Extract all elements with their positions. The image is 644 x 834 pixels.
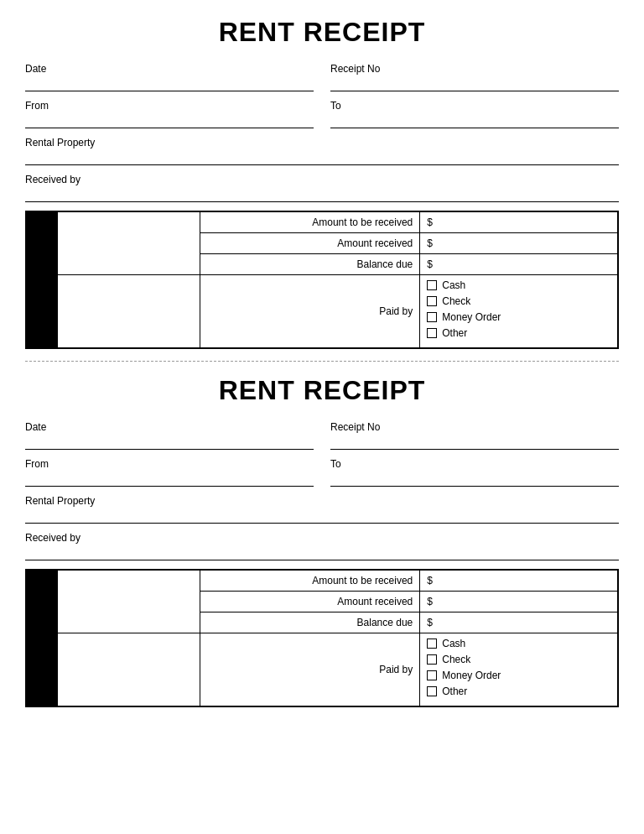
check-checkbox-2[interactable] bbox=[427, 654, 437, 665]
other-label-1: Other bbox=[442, 327, 467, 339]
receipt-1-title: RENT RECEIPT bbox=[25, 17, 619, 48]
to-field-group-2: To bbox=[330, 458, 619, 487]
receipt-2-title: RENT RECEIPT bbox=[25, 375, 619, 406]
date-line-2[interactable] bbox=[25, 435, 314, 450]
from-label-2: From bbox=[25, 458, 314, 470]
date-line-1[interactable] bbox=[25, 76, 314, 91]
black-bar-2 bbox=[26, 570, 57, 706]
to-label-1: To bbox=[330, 100, 619, 112]
left-empty-2 bbox=[57, 570, 200, 633]
to-label-2: To bbox=[330, 458, 619, 470]
balance-due-label-1: Balance due bbox=[200, 254, 419, 275]
from-to-row-1: From To bbox=[25, 100, 619, 128]
cash-checkbox-1[interactable] bbox=[427, 280, 437, 290]
date-label-2: Date bbox=[25, 421, 314, 433]
payment-options-1: Cash Check Money Order Other bbox=[420, 275, 618, 349]
other-checkbox-1[interactable] bbox=[427, 328, 437, 338]
balance-due-dollar-1: $ bbox=[420, 254, 618, 275]
received-by-label-1: Received by bbox=[25, 174, 619, 185]
other-option-2: Other bbox=[427, 685, 610, 697]
balance-due-dollar-2: $ bbox=[420, 612, 618, 633]
received-by-line-2[interactable] bbox=[25, 545, 619, 560]
cash-label-1: Cash bbox=[442, 279, 465, 291]
rental-property-row-2: Rental Property bbox=[25, 495, 619, 524]
from-to-row-2: From To bbox=[25, 458, 619, 487]
rental-property-row-1: Rental Property bbox=[25, 137, 619, 165]
amount-to-receive-dollar-2: $ bbox=[420, 570, 618, 592]
amount-received-dollar-1: $ bbox=[420, 233, 618, 254]
from-label-1: From bbox=[25, 100, 314, 112]
money-order-label-2: Money Order bbox=[442, 670, 501, 681]
amount-to-receive-label-2: Amount to be received bbox=[200, 570, 419, 592]
amount-to-receive-row-1: Amount to be received $ bbox=[26, 211, 618, 233]
paid-by-row-2: Paid by Cash Check Money Order bbox=[26, 633, 618, 707]
rental-property-line-1[interactable] bbox=[25, 150, 619, 165]
receipt-1: RENT RECEIPT Date Receipt No From To Ren… bbox=[25, 17, 619, 349]
paid-by-row-1: Paid by Cash Check Money Order bbox=[26, 275, 618, 349]
balance-due-label-2: Balance due bbox=[200, 612, 419, 633]
amount-to-receive-label-1: Amount to be received bbox=[200, 211, 419, 233]
left-empty-paid-2 bbox=[57, 633, 200, 707]
received-by-row-2: Received by bbox=[25, 532, 619, 560]
received-by-label-2: Received by bbox=[25, 532, 619, 544]
date-receiptno-row-2: Date Receipt No bbox=[25, 421, 619, 450]
other-label-2: Other bbox=[442, 685, 467, 697]
rental-property-label-2: Rental Property bbox=[25, 495, 619, 507]
rental-property-label-1: Rental Property bbox=[25, 137, 619, 149]
cash-label-2: Cash bbox=[442, 638, 465, 649]
money-order-option-2: Money Order bbox=[427, 670, 610, 681]
receiptno-label-2: Receipt No bbox=[330, 421, 619, 433]
receiptno-field-group-2: Receipt No bbox=[330, 421, 619, 450]
amount-received-label-2: Amount received bbox=[200, 592, 419, 612]
to-line-1[interactable] bbox=[330, 113, 619, 128]
amount-to-receive-dollar-1: $ bbox=[420, 211, 618, 233]
received-by-row-1: Received by bbox=[25, 174, 619, 202]
money-order-label-1: Money Order bbox=[442, 311, 501, 323]
money-order-checkbox-1[interactable] bbox=[427, 312, 437, 322]
black-bar-1 bbox=[26, 211, 57, 348]
left-empty-1 bbox=[57, 211, 200, 275]
date-receiptno-row-1: Date Receipt No bbox=[25, 63, 619, 91]
cash-checkbox-2[interactable] bbox=[427, 639, 437, 649]
receiptno-line-2[interactable] bbox=[330, 435, 619, 450]
to-line-2[interactable] bbox=[330, 472, 619, 487]
amount-to-receive-row-2: Amount to be received $ bbox=[26, 570, 618, 592]
to-field-group-1: To bbox=[330, 100, 619, 128]
from-field-group-2: From bbox=[25, 458, 314, 487]
from-line-2[interactable] bbox=[25, 472, 314, 487]
check-label-2: Check bbox=[442, 654, 470, 665]
check-option-2: Check bbox=[427, 654, 610, 665]
payment-options-2: Cash Check Money Order Other bbox=[420, 633, 618, 707]
other-checkbox-2[interactable] bbox=[427, 686, 437, 696]
from-field-group-1: From bbox=[25, 100, 314, 128]
paid-by-label-2: Paid by bbox=[200, 633, 419, 707]
money-order-checkbox-2[interactable] bbox=[427, 670, 437, 680]
receiptno-line-1[interactable] bbox=[330, 76, 619, 91]
check-label-1: Check bbox=[442, 295, 470, 307]
receipt-2: RENT RECEIPT Date Receipt No From To Ren… bbox=[25, 375, 619, 707]
from-line-1[interactable] bbox=[25, 113, 314, 128]
cash-option-2: Cash bbox=[427, 638, 610, 649]
divider bbox=[25, 361, 619, 362]
other-option-1: Other bbox=[427, 327, 610, 339]
check-checkbox-1[interactable] bbox=[427, 296, 437, 306]
paid-by-label-1: Paid by bbox=[200, 275, 419, 349]
check-option-1: Check bbox=[427, 295, 610, 307]
date-field-group-2: Date bbox=[25, 421, 314, 450]
receiptno-field-group-1: Receipt No bbox=[330, 63, 619, 91]
cash-option-1: Cash bbox=[427, 279, 610, 291]
amount-received-dollar-2: $ bbox=[420, 592, 618, 612]
rental-property-line-2[interactable] bbox=[25, 508, 619, 524]
received-by-line-1[interactable] bbox=[25, 187, 619, 202]
receipt-table-2: Amount to be received $ Amount received … bbox=[25, 569, 619, 707]
receiptno-label-1: Receipt No bbox=[330, 63, 619, 75]
money-order-option-1: Money Order bbox=[427, 311, 610, 323]
left-empty-paid-1 bbox=[57, 275, 200, 349]
date-label-1: Date bbox=[25, 63, 314, 75]
date-field-group-1: Date bbox=[25, 63, 314, 91]
receipt-table-1: Amount to be received $ Amount received … bbox=[25, 211, 619, 349]
amount-received-label-1: Amount received bbox=[200, 233, 419, 254]
